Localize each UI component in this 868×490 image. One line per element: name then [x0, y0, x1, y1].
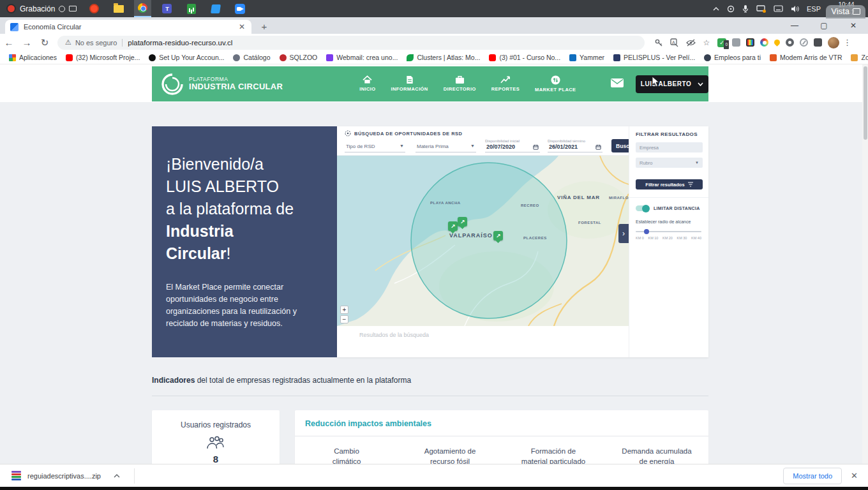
extension-puzzle-icon[interactable]: [732, 38, 740, 47]
translate-icon[interactable]: A: [670, 38, 680, 48]
tray-app-icon[interactable]: [727, 5, 735, 13]
tipo-rsd-select[interactable]: Tipo de RSD▼: [345, 144, 405, 152]
recording-label: Grabación: [20, 4, 55, 13]
date-end-field[interactable]: Disponibilidad término 26/01/2021: [548, 139, 602, 152]
show-all-downloads-button[interactable]: Mostrar todo: [783, 468, 842, 484]
taskbar-explorer-icon[interactable]: [110, 0, 127, 17]
reload-icon[interactable]: ↻: [36, 37, 54, 48]
window-minimize-button[interactable]: —: [780, 17, 809, 34]
taskbar-opera-icon[interactable]: [86, 0, 103, 17]
nav-reportes[interactable]: REPORTES: [491, 75, 520, 93]
user-menu-button[interactable]: LUIS ALBERTO: [636, 75, 708, 93]
extensions-menu-icon[interactable]: [814, 38, 822, 47]
chevron-up-icon[interactable]: [114, 474, 120, 478]
tray-keyboard-icon[interactable]: [774, 5, 783, 12]
bookmark-item[interactable]: Yammer: [569, 54, 604, 61]
nav-directorio[interactable]: DIRECTORIO: [444, 75, 476, 93]
materia-prima-select[interactable]: Materia Prima▼: [415, 144, 476, 152]
tray-screenshare-icon[interactable]: [756, 5, 766, 13]
tray-speaker-icon[interactable]: [791, 5, 799, 13]
eye-off-icon[interactable]: [685, 38, 696, 48]
taskbar-teams-icon[interactable]: T: [158, 0, 176, 17]
main-nav: INICIO INFORMACIÓN DIRECTORIO REPORTES M…: [359, 75, 576, 93]
bookmark-item[interactable]: Set Up Your Accoun...: [149, 54, 224, 61]
slider-handle[interactable]: [644, 229, 649, 234]
results-map[interactable]: PLAYA ANCHA VALPARAÍSO VIÑA DEL MAR RECR…: [337, 156, 629, 326]
map-label: FORESTAL: [578, 221, 601, 225]
nav-informacion[interactable]: INFORMACIÓN: [391, 75, 428, 93]
extension-compass-icon[interactable]: [800, 38, 808, 47]
bookmark-item[interactable]: Modem Arris de VTR: [770, 54, 842, 61]
taskbar-excel-icon[interactable]: [183, 0, 200, 17]
map-label: PLACERES: [523, 236, 547, 240]
bookmark-item[interactable]: Webmail: crea uno...: [326, 54, 398, 61]
tray-chevron-icon[interactable]: [713, 6, 719, 11]
window-close-button[interactable]: ✕: [839, 17, 868, 34]
svg-text:A: A: [672, 40, 675, 44]
bookmark-star-icon[interactable]: ☆: [701, 38, 712, 48]
map-label: RECREO: [521, 204, 539, 207]
browser-menu-icon[interactable]: ⋮: [843, 38, 851, 47]
tray-language[interactable]: ESP: [807, 5, 821, 13]
back-icon[interactable]: ←: [0, 37, 18, 48]
welcome-description: El Market Place permite conectar oportun…: [166, 281, 322, 330]
jobs-icon: [704, 54, 711, 61]
site-logo[interactable]: PLATAFORMA INDUSTRIA CIRCULAR: [161, 73, 283, 96]
recording-camera-icon: [69, 6, 77, 11]
filtrar-resultados-button[interactable]: Filtrar resultados: [636, 179, 703, 189]
opportunity-marker[interactable]: ↗: [458, 217, 467, 226]
mail-button[interactable]: [610, 78, 624, 91]
taskbar-chrome-icon[interactable]: [134, 0, 151, 17]
youtube-icon: [489, 54, 496, 61]
date-start-field[interactable]: Disponibilidad inicial 20/07/2020: [485, 139, 540, 152]
zoom-in-button[interactable]: +: [340, 306, 348, 314]
target-icon: [345, 130, 351, 137]
nav-inicio[interactable]: INICIO: [359, 75, 375, 93]
tray-microphone-icon[interactable]: [742, 4, 749, 13]
opportunity-marker[interactable]: ↗: [448, 221, 458, 231]
close-download-bar-icon[interactable]: ✕: [851, 471, 858, 480]
windows-taskbar: Grabación T ESP 10:44 03-12-2... Vista: [0, 0, 868, 17]
bookmark-item[interactable]: Empleos para ti: [704, 54, 761, 61]
modem-icon: [770, 54, 777, 61]
address-bar[interactable]: ⚠ No es seguro plataforma-residuo-recurs…: [57, 36, 645, 50]
browser-tab[interactable]: Economía Circular ✕: [5, 20, 251, 34]
bookmark-item[interactable]: SQLZOO: [280, 54, 318, 61]
rubro-select[interactable]: Rubro ▼: [636, 158, 703, 168]
extension-tv-icon[interactable]: [746, 38, 754, 47]
bookmark-item[interactable]: (32) Microsoft Proje...: [66, 54, 140, 61]
yammer-icon: [569, 54, 576, 61]
bookmark-item[interactable]: Zoho Docs: [851, 54, 868, 61]
new-tab-button[interactable]: +: [258, 21, 271, 34]
taskbar-vscode-icon[interactable]: [207, 0, 224, 17]
extension-pin-icon[interactable]: [773, 38, 781, 47]
forward-icon[interactable]: →: [18, 37, 36, 48]
scrollbar-thumb[interactable]: [864, 66, 867, 140]
distance-toggle[interactable]: [636, 205, 649, 211]
security-label[interactable]: No es seguro: [75, 39, 117, 47]
extension-gear-icon[interactable]: [786, 38, 794, 47]
bookmark-apps[interactable]: Aplicaciones: [9, 54, 57, 61]
bookmark-item[interactable]: Clusters | Atlas: Mo...: [407, 54, 480, 61]
empresa-input[interactable]: [636, 142, 703, 152]
bookmark-item[interactable]: PELISPLUS - Ver Pelí...: [613, 54, 695, 61]
bookmark-item[interactable]: (3) #01 - Curso No...: [489, 54, 560, 61]
taskbar-zoom-icon[interactable]: [231, 0, 248, 17]
tab-strip: Economía Circular ✕ + — ▢ ✕: [0, 17, 868, 34]
url-text[interactable]: plataforma-residuo-recurso.uv.cl: [128, 39, 232, 47]
download-filename[interactable]: reguiadescriptivas....zip: [27, 472, 101, 480]
distance-toggle-label: LIMITAR DISTANCIA: [654, 206, 700, 211]
bookmark-item[interactable]: Catálogo: [233, 54, 270, 61]
tab-close-icon[interactable]: ✕: [237, 22, 246, 31]
nav-market-place[interactable]: MARKET PLACE: [535, 75, 576, 93]
profile-avatar[interactable]: [828, 37, 839, 48]
page-scrollbar[interactable]: [862, 64, 868, 464]
extension-check-icon[interactable]: ✓0: [717, 38, 726, 47]
map-expand-chevron[interactable]: ›: [618, 224, 629, 243]
extension-color-wheel-icon[interactable]: [760, 38, 768, 47]
zoom-out-button[interactable]: −: [340, 315, 348, 323]
password-key-icon[interactable]: [654, 38, 664, 48]
radius-slider[interactable]: [636, 229, 701, 234]
opportunity-marker[interactable]: ↗: [493, 231, 503, 241]
window-maximize-button[interactable]: ▢: [809, 17, 839, 34]
